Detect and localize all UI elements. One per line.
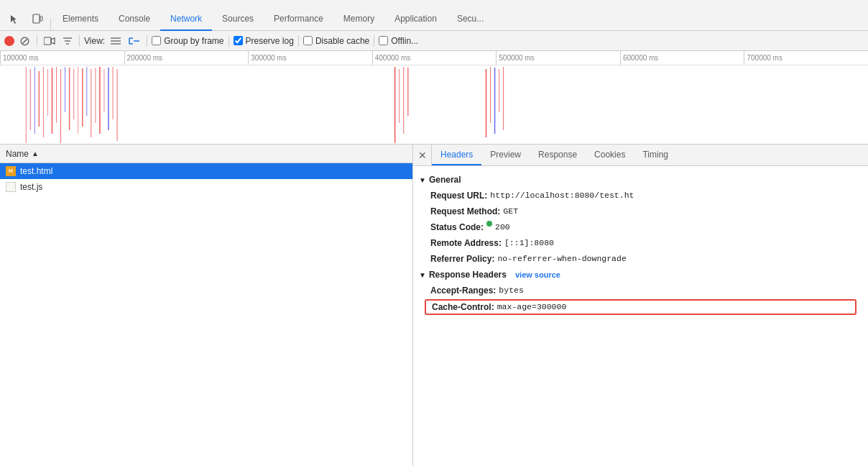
request-method-key: Request Method: [430,205,500,218]
file-list-name-column: Name [6,149,29,159]
file-list-header: Name ▲ [0,145,412,163]
cache-control-value: max-age=300000 [497,302,567,312]
preserve-log-control[interactable]: Preserve log [234,36,294,46]
status-code-key: Status Code: [430,221,484,234]
referrer-policy-value: no-referrer-when-downgrade [497,252,626,265]
request-method-value: GET [503,205,518,218]
tab-console[interactable]: Console [108,8,160,31]
tab-security[interactable]: Secu... [447,8,494,31]
group-by-frame-checkbox[interactable] [152,36,161,45]
accept-ranges-key: Accept-Ranges: [430,284,496,297]
toolbar-sep-4 [228,35,229,47]
svg-rect-1 [40,17,42,21]
detail-tab-timing[interactable]: Timing [634,145,677,165]
general-toggle-icon: ▼ [419,176,426,184]
file-name-html: test.html [20,166,52,176]
main-split-area: Name ▲ H test.html test.js ✕ Headers Pre… [0,145,868,466]
tab-sources[interactable]: Sources [212,8,264,31]
tick-5: 500000 ms [496,51,620,65]
preserve-log-label: Preserve log [246,36,294,46]
request-method-row: Request Method: GET [413,204,868,219]
tick-6: 600000 ms [620,51,744,65]
toolbar-sep-5 [298,35,299,47]
response-headers-title: Response Headers [429,270,507,280]
offline-checkbox[interactable] [379,36,388,45]
record-button[interactable] [4,36,14,46]
filter-button[interactable] [60,36,75,46]
svg-rect-0 [33,14,40,23]
video-button[interactable] [42,36,57,46]
file-list: H test.html test.js [0,163,412,466]
tick-7: 700000 ms [744,51,868,65]
response-headers-toggle-icon: ▼ [419,271,426,279]
tick-2: 200000 ms [124,51,249,65]
tick-4: 400000 ms [372,51,497,65]
devtools-icon-pointer[interactable] [3,8,26,31]
general-section-title: General [429,175,461,185]
html-file-icon: H [6,166,16,176]
file-list-panel: Name ▲ H test.html test.js [0,145,413,466]
toolbar-sep-6 [374,35,374,47]
timeline-chart [0,65,868,145]
remote-address-value: [::1]:8080 [504,237,554,250]
tab-memory[interactable]: Memory [333,8,384,31]
toolbar-sep-2 [79,35,80,47]
detail-tab-response[interactable]: Response [530,145,586,165]
tick-1: 100000 ms [0,51,124,65]
top-tab-bar: Elements Console Network Sources Perform… [0,0,868,31]
detail-content: ▼ General Request URL: http://localhost:… [413,166,868,466]
timeline-ruler: 100000 ms 200000 ms 300000 ms 400000 ms … [0,51,868,65]
status-code-row: Status Code: 200 [413,219,868,235]
cache-control-key: Cache-Control: [432,302,494,312]
offline-label: Offlin... [391,36,418,46]
accept-ranges-row: Accept-Ranges: bytes [413,283,868,298]
tab-elements[interactable]: Elements [52,8,108,31]
accept-ranges-value: bytes [499,284,524,297]
status-dot-icon [486,221,492,227]
disable-cache-checkbox[interactable] [303,36,313,45]
tab-application[interactable]: Application [384,8,447,31]
detail-panel: ✕ Headers Preview Response Cookies Timin… [413,145,868,466]
referrer-policy-row: Referrer Policy: no-referrer-when-downgr… [413,251,868,267]
remote-address-row: Remote Address: [::1]:8080 [413,235,868,251]
disable-cache-control[interactable]: Disable cache [303,36,369,46]
detail-tabs-header: ✕ Headers Preview Response Cookies Timin… [413,145,868,166]
network-toolbar: ⊘ View: Group by frame Preserve log Disa… [0,31,868,51]
status-code-value: 200 [495,221,510,234]
group-by-frame-label: Group by frame [164,36,223,46]
detail-tab-preview[interactable]: Preview [481,145,530,165]
general-section-header[interactable]: ▼ General [413,172,868,188]
detail-tab-headers[interactable]: Headers [432,145,481,165]
tab-performance[interactable]: Performance [264,8,333,31]
request-url-row: Request URL: http://localhost:8080/test.… [413,188,868,204]
svg-marker-3 [51,38,55,44]
close-detail-button[interactable]: ✕ [413,145,432,166]
svg-rect-2 [44,37,51,45]
js-file-icon [6,182,16,192]
preserve-log-checkbox[interactable] [234,36,243,45]
referrer-policy-key: Referrer Policy: [430,252,494,265]
file-item-html[interactable]: H test.html [0,163,412,179]
cache-control-row-highlighted: Cache-Control: max-age=300000 [425,299,857,315]
tick-3: 300000 ms [248,51,372,65]
view-source-link[interactable]: view source [515,270,560,279]
file-item-js[interactable]: test.js [0,179,412,195]
toolbar-sep-1 [37,35,37,47]
detail-tab-cookies[interactable]: Cookies [586,145,634,165]
offline-control[interactable]: Offlin... [379,36,418,46]
tab-separator-left [50,19,51,30]
sort-arrow-icon: ▲ [32,150,39,157]
devtools-icon-device[interactable] [26,8,49,31]
disable-cache-label: Disable cache [315,36,369,46]
file-name-js: test.js [20,182,42,192]
tab-network[interactable]: Network [160,8,212,31]
group-by-frame-control[interactable]: Group by frame [152,36,223,46]
list-view-button[interactable] [108,36,124,46]
response-headers-section-header[interactable]: ▼ Response Headers view source [413,267,868,283]
toolbar-sep-3 [147,35,147,47]
timeline-area: 100000 ms 200000 ms 300000 ms 400000 ms … [0,51,868,145]
request-url-key: Request URL: [430,189,487,202]
tree-view-button[interactable] [126,36,142,46]
request-url-value: http://localhost:8080/test.ht [490,189,634,202]
stop-button[interactable]: ⊘ [17,32,32,50]
